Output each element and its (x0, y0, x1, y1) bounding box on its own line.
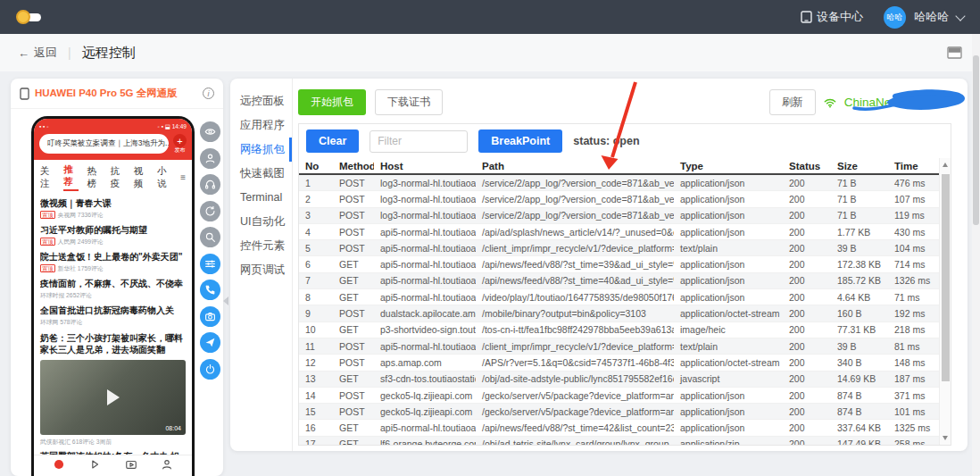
table-row[interactable]: 10GETp3-shortvideo-sign.toutiaoimg.c/tos… (299, 322, 939, 338)
table-row[interactable]: 3POSTlog3-normal-hl.toutiaoapi.com/servi… (299, 208, 939, 224)
cell-size: 71 B (831, 175, 888, 190)
scroll-up-icon[interactable] (943, 163, 948, 167)
device-center-link[interactable]: 设备中心 (801, 9, 863, 25)
scrollbar-thumb[interactable] (942, 174, 950, 381)
feed-tab-关注[interactable]: 关注 (40, 165, 55, 190)
scroll-down-icon[interactable] (943, 436, 948, 440)
sidebar-item-UI自动化[interactable]: UI自动化 (230, 210, 292, 234)
phone-icon[interactable] (200, 280, 220, 300)
publish-label: 发布 (175, 147, 186, 154)
chevron-down-icon[interactable] (955, 11, 965, 21)
cell-type: text/plain (674, 338, 783, 354)
feed-tab-小说[interactable]: 小说 (157, 165, 172, 190)
clear-button[interactable]: Clear (306, 129, 359, 153)
news-item[interactable]: 全国首批进口抗新冠病毒药物入关环球网 578评论 (40, 303, 186, 330)
nav-video-icon[interactable] (125, 458, 137, 473)
feed-tab-抗疫[interactable]: 抗疫 (111, 165, 126, 190)
rotate-icon[interactable] (200, 201, 220, 221)
filter-input[interactable] (370, 130, 468, 153)
cell-no: 5 (299, 240, 333, 255)
table-row[interactable]: 8GETapi5-normal-hl.toutiaoapi.com/video/… (299, 289, 939, 305)
headset-icon[interactable] (200, 174, 220, 195)
feed-tab-视频[interactable]: 视频 (134, 165, 149, 190)
sidebar-item-快速截图[interactable]: 快速截图 (230, 162, 292, 186)
sidebar-item-网络抓包[interactable]: 网络抓包 (230, 138, 292, 162)
column-header-path: Path (476, 158, 674, 173)
download-cert-button[interactable]: 下载证书 (375, 89, 443, 115)
page-scrollbar[interactable] (972, 34, 980, 476)
nav-home-icon[interactable] (53, 458, 65, 473)
cell-path: /api/news/feed/v88/?st_time=42&list_coun… (476, 420, 674, 435)
cell-no: 15 (299, 404, 333, 419)
column-header-host: Host (374, 158, 476, 173)
table-row[interactable]: 4POSTapi5-normal-hl.toutiaoapi.com/api/a… (299, 224, 939, 240)
table-row[interactable]: 6GETapi5-normal-hl.toutiaoapi.com/api/ne… (299, 256, 939, 272)
table-row[interactable]: 14POSTgecko5-lq.zijieapi.com/gecko/serve… (299, 388, 939, 404)
table-row[interactable]: 2POSTlog3-normal-hl.toutiaoapi.com/servi… (299, 191, 939, 207)
sidebar-item-应用程序[interactable]: 应用程序 (230, 113, 292, 138)
avatar[interactable]: 哈哈 (884, 6, 906, 29)
publish-button[interactable]: + 发布 (173, 134, 187, 154)
feed-tab-推荐[interactable]: 推荐 (63, 163, 79, 191)
table-row[interactable]: 5POSTapi5-normal-hl.toutiaoapi.com/clien… (299, 240, 939, 256)
table-row[interactable]: 13GETsf3-cdn-tos.toutiaostatic.com/obj/a… (299, 372, 939, 388)
device-center-label: 设备中心 (817, 9, 863, 25)
cell-path: /api/news/feed/v88/?st_time=39&ad_ui_sty… (476, 256, 674, 271)
eye-icon[interactable] (200, 121, 220, 142)
news-meta: 环球时报 2652评论 (40, 291, 186, 300)
news-title: 全国首批进口抗新冠病毒药物入关 (40, 305, 186, 317)
table-row[interactable]: 15POSTgecko5-lq.zijieapi.com/gecko/serve… (299, 404, 939, 420)
back-arrow-icon: ← (18, 46, 29, 60)
display-toggle-icon[interactable] (947, 46, 962, 59)
sidebar-item-Terminal[interactable]: Terminal (230, 186, 292, 210)
breakpoint-button[interactable]: BreakPoint (478, 129, 562, 153)
refresh-button[interactable]: 刷新 (769, 89, 816, 115)
sidebar-item-网页调试[interactable]: 网页调试 (230, 258, 292, 282)
cell-host: api5-normal-hl.toutiaoapi.com (374, 240, 476, 255)
cell-time: 218 ms (888, 322, 934, 338)
menu-icon[interactable]: ≡ (180, 172, 186, 182)
back-button[interactable]: ← 返回 (18, 45, 57, 61)
news-item[interactable]: 微视频｜青春大课置顶央视网 7336评论 (40, 196, 186, 222)
info-icon[interactable]: i (203, 88, 214, 99)
cell-method: GET (333, 372, 374, 387)
video-thumbnail[interactable]: 08:04 (40, 360, 186, 435)
table-row[interactable]: 11POSTapi5-normal-hl.toutiaoapi.com/clie… (299, 338, 939, 355)
search-icon[interactable] (200, 227, 220, 247)
news-title: 院士送盒饭！史上最卷的"外卖天团" (40, 251, 186, 263)
nav-play-icon[interactable] (88, 458, 101, 473)
table-row[interactable]: 12POSTaps.amap.com/APS/r?ver=5.1&q=0&csi… (299, 355, 939, 371)
phone-screen[interactable]: ▪ ▪ ◦ ◦ ▪ ⬓ 14:49 叮咚买菜被立案调查｜上海3地升为... + … (31, 116, 195, 476)
table-row[interactable]: 1POSTlog3-normal-hl.toutiaoapi.com/servi… (299, 175, 939, 191)
sidebar-item-控件元素[interactable]: 控件元素 (230, 234, 292, 258)
camera-icon[interactable] (200, 306, 220, 327)
sliders-icon[interactable] (200, 254, 220, 274)
table-row[interactable]: 7GETapi5-normal-hl.toutiaoapi.com/api/ne… (299, 273, 939, 289)
page-scrollbar-thumb[interactable] (973, 55, 979, 225)
sidebar-item-远控面板[interactable]: 远控面板 (230, 89, 292, 113)
video-post-title[interactable]: 奶爸：三个小孩打架被叫家长，哪料家长三人是兄弟，进去场面笑翻 (40, 333, 186, 356)
news-item[interactable]: 院士送盒饭！史上最卷的"外卖天团"置顶新华社 1759评论 (40, 249, 186, 276)
user-icon[interactable] (200, 148, 220, 169)
cell-method: GET (333, 420, 374, 435)
start-capture-button[interactable]: 开始抓包 (298, 89, 366, 115)
cell-path: /obj/ad-site-adstyle-public/lync85179558… (476, 372, 674, 387)
send-icon[interactable] (200, 332, 220, 353)
feed-search-bar[interactable]: 叮咚买菜被立案调查｜上海3地升为... (39, 134, 169, 154)
feed-tab-热榜[interactable]: 热榜 (87, 165, 102, 190)
nav-profile-icon[interactable] (161, 458, 173, 473)
news-item[interactable]: 疫情面前，不麻痹、不厌战、不侥幸环球时报 2652评论 (40, 276, 186, 303)
cell-method: POST (333, 191, 374, 206)
cell-status: 200 (783, 224, 831, 239)
collapse-panel-handle[interactable] (223, 296, 228, 305)
table-scrollbar[interactable] (939, 158, 951, 445)
news-list: 微视频｜青春大课置顶央视网 7336评论习近平对教师的嘱托与期望置顶人民网 24… (34, 194, 192, 330)
cell-method: POST (333, 224, 374, 239)
username: 哈哈哈 (914, 9, 949, 25)
cell-time: 714 ms (888, 256, 934, 271)
table-row[interactable]: 17GETlf6-orange.byteorge.com/obj/ad-tetr… (299, 437, 939, 445)
table-row[interactable]: 9POSTdualstack.apilocate.amap.com/mobile… (299, 305, 939, 322)
news-item[interactable]: 习近平对教师的嘱托与期望置顶人民网 2499评论 (40, 222, 186, 249)
table-row[interactable]: 16GETapi5-normal-hl.toutiaoapi.com/api/n… (299, 420, 939, 436)
power-icon[interactable] (200, 359, 220, 380)
